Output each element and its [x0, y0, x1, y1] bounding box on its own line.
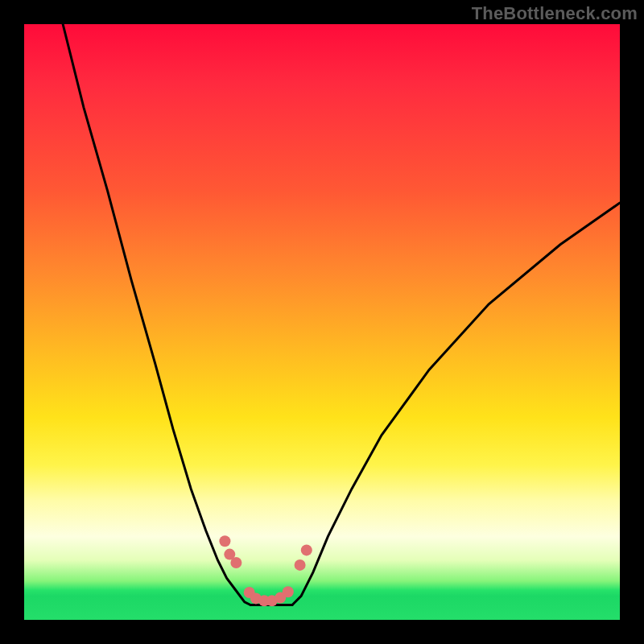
- background-gradient: [24, 24, 620, 620]
- watermark-label: TheBottleneck.com: [472, 3, 638, 24]
- chart-frame: TheBottleneck.com: [0, 0, 644, 644]
- plot-area: [24, 24, 620, 620]
- plot-outer: [24, 24, 620, 620]
